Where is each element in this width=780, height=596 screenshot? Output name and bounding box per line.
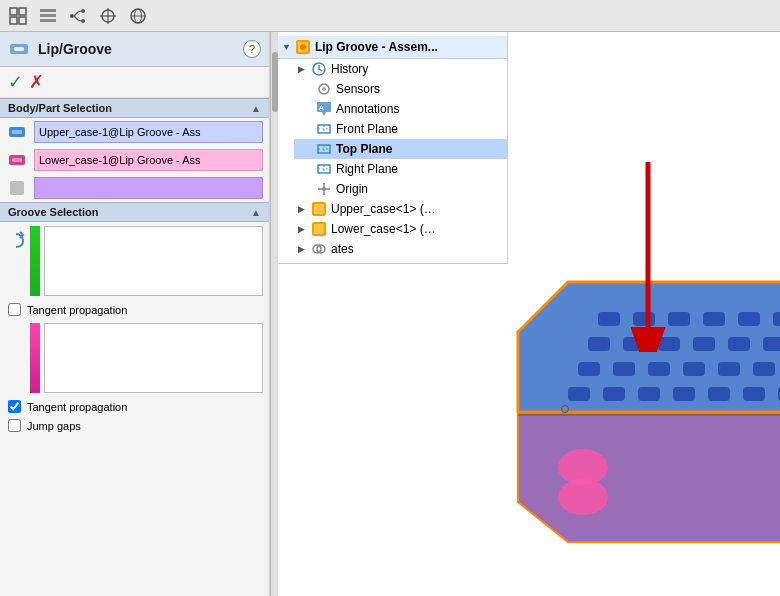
tree-item-annotations-label: Annotations [336, 102, 399, 116]
assembly-icon [295, 39, 311, 55]
svg-rect-71 [763, 337, 780, 351]
groove-content-bottom [0, 319, 269, 397]
svg-rect-90 [708, 387, 730, 401]
lower-case-field[interactable]: Lower_case-1@Lip Groove - Ass [34, 149, 263, 171]
tangent-propagation-top-label: Tangent propagation [27, 304, 127, 316]
groove-box-top[interactable] [44, 226, 263, 296]
tree-root-collapse-arrow: ▼ [282, 42, 291, 52]
svg-rect-2 [10, 17, 17, 24]
tree-root-label: Lip Groove - Assem... [315, 40, 438, 54]
annotation-icon: A [316, 101, 332, 117]
svg-marker-34 [322, 112, 326, 116]
tree-item-top-plane[interactable]: Top Plane [294, 139, 507, 159]
scrollbar-thumb[interactable] [272, 52, 278, 112]
tree-item-history-label: History [331, 62, 368, 76]
svg-rect-58 [633, 312, 655, 326]
svg-rect-60 [703, 312, 725, 326]
third-field[interactable] [34, 177, 263, 199]
pink-indicator-bar [30, 323, 40, 393]
list-icon [39, 7, 57, 25]
tree-item-top-plane-label: Top Plane [336, 142, 392, 156]
groove-section-label: Groove Selection [8, 206, 98, 218]
grid-toolbar-btn[interactable] [4, 3, 32, 29]
svg-rect-51 [314, 224, 324, 234]
svg-rect-3 [19, 17, 26, 24]
svg-rect-70 [728, 337, 750, 351]
svg-rect-76 [578, 362, 600, 376]
svg-line-10 [74, 12, 78, 16]
cancel-button[interactable]: ✗ [29, 71, 44, 93]
body-part-section-label: Body/Part Selection [8, 102, 112, 114]
grid-icon [9, 7, 27, 25]
tangent-propagation-bottom-row: Tangent propagation [0, 397, 269, 416]
svg-rect-88 [638, 387, 660, 401]
list-toolbar-btn[interactable] [34, 3, 62, 29]
tree-item-origin-label: Origin [336, 182, 368, 196]
tree-toolbar-btn[interactable] [64, 3, 92, 29]
mates-icon [311, 241, 327, 257]
svg-rect-77 [613, 362, 635, 376]
svg-rect-4 [40, 9, 56, 12]
upper-case-field[interactable]: Upper_case-1@Lip Groove - Ass [34, 121, 263, 143]
tree-item-lower-case-label: Lower_case<1> (… [331, 222, 436, 236]
panel-header: Lip/Groove ? [0, 32, 269, 67]
svg-rect-81 [753, 362, 775, 376]
redo-icon [6, 230, 26, 250]
tree-icon [69, 7, 87, 25]
svg-line-12 [78, 11, 81, 12]
lip-groove-icon [8, 38, 30, 60]
tree-item-mates[interactable]: ▶ ates [294, 239, 507, 259]
tree-item-annotations[interactable]: A Annotations [294, 99, 507, 119]
jump-gaps-checkbox[interactable] [8, 419, 21, 432]
crosshair-toolbar-btn[interactable] [94, 3, 122, 29]
tree-item-front-plane[interactable]: Front Plane [294, 119, 507, 139]
svg-line-11 [74, 16, 78, 20]
lower-case-icon [311, 221, 327, 237]
svg-point-97 [558, 479, 608, 515]
tree-item-upper-case[interactable]: ▶ Upper_case<1> (… [294, 199, 507, 219]
svg-rect-66 [588, 337, 610, 351]
history-icon [311, 61, 327, 77]
body-part-icon [7, 122, 27, 142]
top-toolbar [0, 0, 780, 32]
lower-case-expand-arrow: ▶ [298, 224, 305, 234]
tree-item-sensors[interactable]: Sensors [294, 79, 507, 99]
help-button[interactable]: ? [243, 40, 261, 58]
tree-item-upper-case-label: Upper_case<1> (… [331, 202, 436, 216]
upper-case-selection-item: Upper_case-1@Lip Groove - Ass [0, 118, 269, 146]
groove-collapse-icon: ▲ [251, 207, 261, 218]
svg-rect-91 [743, 387, 765, 401]
svg-text:A: A [319, 104, 324, 111]
tangent-propagation-top-checkbox[interactable] [8, 303, 21, 316]
svg-point-32 [322, 87, 326, 91]
tree-item-lower-case[interactable]: ▶ Lower_case<1> (… [294, 219, 507, 239]
crosshair-icon [99, 7, 117, 25]
tree-item-origin[interactable]: Origin [294, 179, 507, 199]
tangent-propagation-bottom-checkbox[interactable] [8, 400, 21, 413]
tree-item-right-plane[interactable]: Right Plane [294, 159, 507, 179]
ok-button[interactable]: ✓ [8, 71, 23, 93]
point-indicator [561, 405, 569, 413]
tangent-propagation-bottom-label: Tangent propagation [27, 401, 127, 413]
green-indicator-bar [30, 226, 40, 296]
3d-model-view [498, 232, 780, 596]
svg-rect-67 [623, 337, 645, 351]
globe-toolbar-btn[interactable] [124, 3, 152, 29]
groove-box-bottom[interactable] [44, 323, 263, 393]
jump-gaps-row: Jump gaps [0, 416, 269, 435]
right-panel: ▼ Lip Groove - Assem... ▶ History [278, 32, 780, 596]
svg-line-13 [78, 20, 81, 21]
svg-rect-68 [658, 337, 680, 351]
groove-section-header[interactable]: Groove Selection ▲ [0, 202, 269, 222]
scrollbar[interactable] [270, 32, 278, 596]
mates-expand-arrow: ▶ [298, 244, 305, 254]
origin-icon [316, 181, 332, 197]
body-part-section-header[interactable]: Body/Part Selection ▲ [0, 98, 269, 118]
tree-item-sensors-label: Sensors [336, 82, 380, 96]
tree-root-item[interactable]: ▼ Lip Groove - Assem... [278, 36, 507, 59]
tree-overlay: ▼ Lip Groove - Assem... ▶ History [278, 32, 508, 264]
svg-rect-61 [738, 312, 760, 326]
groove-arrow-icon [6, 226, 26, 296]
tree-item-history[interactable]: ▶ History [294, 59, 507, 79]
sensor-icon [316, 81, 332, 97]
